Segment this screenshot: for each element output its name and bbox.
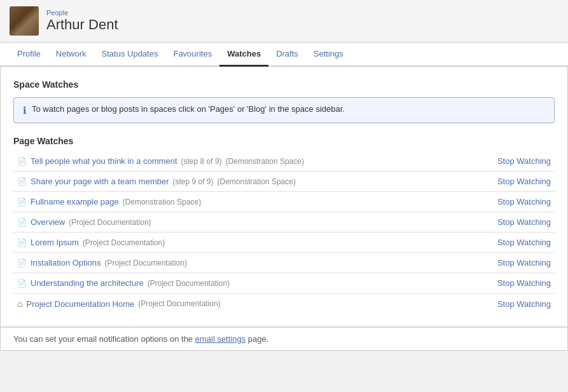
doc-icon: 📄 <box>17 198 27 206</box>
stop-watching-button[interactable]: Stop Watching <box>497 177 551 186</box>
page-title-cell: 📄 Fullname example page (Demonstration S… <box>13 192 478 212</box>
page-title-cell: ⌂ Project Documentation Home (Project Do… <box>13 294 478 314</box>
stop-watching-cell: Stop Watching <box>478 192 555 212</box>
table-row: 📄 Share your page with a team member (st… <box>13 172 555 192</box>
tab-favourites[interactable]: Favourites <box>165 43 219 67</box>
watches-table: 📄 Tell people what you think in a commen… <box>13 151 555 314</box>
tab-status-updates[interactable]: Status Updates <box>94 43 166 67</box>
doc-icon: 📄 <box>17 157 27 166</box>
doc-icon: 📄 <box>17 238 27 247</box>
table-row: 📄 Overview (Project Documentation) Stop … <box>13 212 555 233</box>
table-row: 📄 Understanding the architecture (Projec… <box>13 273 555 294</box>
tab-drafts[interactable]: Drafts <box>268 43 306 67</box>
breadcrumb: People <box>46 9 118 17</box>
table-row: 📄 Fullname example page (Demonstration S… <box>13 192 555 212</box>
page-title-cell: 📄 Understanding the architecture (Projec… <box>13 273 478 294</box>
page-link[interactable]: Overview <box>31 217 65 227</box>
stop-watching-button[interactable]: Stop Watching <box>497 217 551 227</box>
doc-icon: 📄 <box>17 279 27 288</box>
page-space: (Project Documentation) <box>105 259 187 267</box>
page-suffix: (step 8 of 9) <box>181 157 222 166</box>
page-space: (Demonstration Space) <box>218 177 296 186</box>
table-row: 📄 Installation Options (Project Document… <box>13 253 555 273</box>
page-link[interactable]: Fullname example page <box>31 197 119 206</box>
page-link[interactable]: Installation Options <box>31 258 101 267</box>
tab-network[interactable]: Network <box>48 43 94 67</box>
stop-watching-button[interactable]: Stop Watching <box>497 238 551 247</box>
tab-profile[interactable]: Profile <box>10 43 48 67</box>
tab-settings[interactable]: Settings <box>306 43 351 67</box>
tab-watches[interactable]: Watches <box>219 43 268 67</box>
footer-text-after: page. <box>246 334 268 344</box>
avatar <box>10 6 39 36</box>
page-space: (Project Documentation) <box>83 238 165 247</box>
table-row: 📄 Lorem Ipsum (Project Documentation) St… <box>13 233 555 253</box>
page-title-cell: 📄 Overview (Project Documentation) <box>13 212 478 233</box>
space-watches-title: Space Watches <box>13 79 555 90</box>
info-icon: ℹ <box>23 105 27 116</box>
table-row: 📄 Tell people what you think in a commen… <box>13 151 555 172</box>
doc-icon: 📄 <box>17 177 27 186</box>
footer-text-before: You can set your email notification opti… <box>13 334 195 344</box>
table-row: ⌂ Project Documentation Home (Project Do… <box>13 294 555 314</box>
info-message: To watch pages or blog posts in spaces c… <box>32 104 345 114</box>
page-link[interactable]: Lorem Ipsum <box>31 238 79 247</box>
stop-watching-button[interactable]: Stop Watching <box>497 258 551 267</box>
stop-watching-cell: Stop Watching <box>478 172 555 192</box>
stop-watching-cell: Stop Watching <box>478 273 555 294</box>
page-space: (Demonstration Space) <box>123 198 201 206</box>
page-watches-title: Page Watches <box>13 136 555 146</box>
page-title-cell: 📄 Installation Options (Project Document… <box>13 253 478 273</box>
tabs-bar: Profile Network Status Updates Favourite… <box>0 43 568 67</box>
stop-watching-cell: Stop Watching <box>478 294 555 314</box>
page-link[interactable]: Tell people what you think in a comment <box>31 156 177 166</box>
page-title-cell: 📄 Lorem Ipsum (Project Documentation) <box>13 233 478 253</box>
stop-watching-button[interactable]: Stop Watching <box>497 278 551 288</box>
page-space: (Demonstration Space) <box>226 157 304 166</box>
page-link[interactable]: Project Documentation Home <box>26 299 134 309</box>
stop-watching-button[interactable]: Stop Watching <box>497 197 551 206</box>
stop-watching-cell: Stop Watching <box>478 151 555 172</box>
page-space: (Project Documentation) <box>148 279 230 288</box>
page-space: (Project Documentation) <box>69 218 151 227</box>
page-space: (Project Documentation) <box>138 299 220 308</box>
stop-watching-cell: Stop Watching <box>478 212 555 233</box>
page-title-cell: 📄 Share your page with a team member (st… <box>13 172 478 192</box>
page-title: Arthur Dent <box>46 17 118 33</box>
stop-watching-cell: Stop Watching <box>478 233 555 253</box>
page-link[interactable]: Share your page with a team member <box>31 177 169 186</box>
footer-note: You can set your email notification opti… <box>0 327 568 351</box>
home-icon: ⌂ <box>17 299 22 309</box>
page-title-cell: 📄 Tell people what you think in a commen… <box>13 151 478 172</box>
doc-icon: 📄 <box>17 259 27 267</box>
stop-watching-button[interactable]: Stop Watching <box>497 156 551 166</box>
stop-watching-cell: Stop Watching <box>478 253 555 273</box>
email-settings-link[interactable]: email settings <box>195 334 246 344</box>
page-suffix: (step 9 of 9) <box>173 177 214 186</box>
page-link[interactable]: Understanding the architecture <box>31 278 144 288</box>
doc-icon: 📄 <box>17 218 27 227</box>
stop-watching-button[interactable]: Stop Watching <box>497 299 551 309</box>
info-box: ℹ To watch pages or blog posts in spaces… <box>13 97 555 123</box>
